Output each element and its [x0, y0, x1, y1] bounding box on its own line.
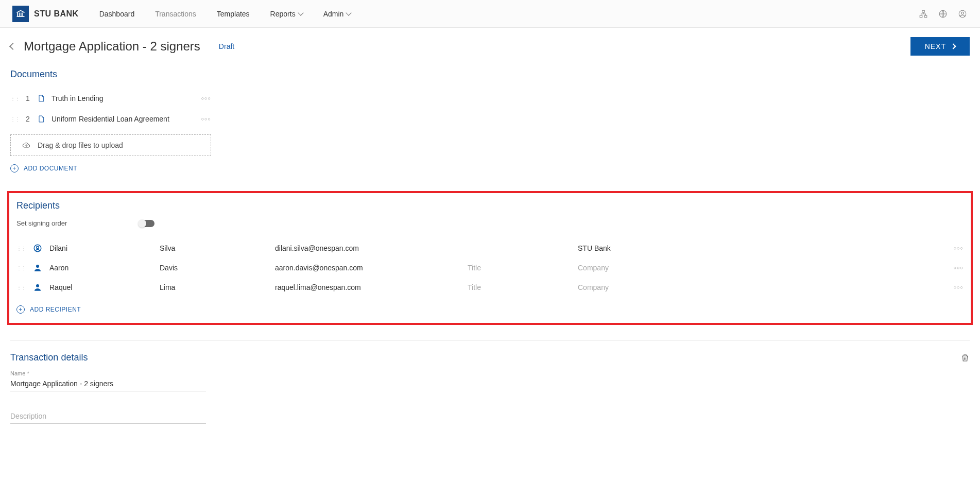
recipient-row: ⋮⋮ Aaron Davis aaron.davis@onespan.com T… [16, 258, 964, 278]
status-badge: Draft [219, 42, 234, 50]
add-document-label: ADD DOCUMENT [24, 165, 77, 172]
recipient-last-name[interactable]: Silva [160, 244, 268, 252]
recipients-heading: Recipients [16, 200, 964, 211]
name-field-group: Name * [10, 370, 206, 391]
recipient-title[interactable]: Title [468, 283, 571, 291]
more-icon[interactable]: ○○○ [954, 285, 964, 290]
add-document-button[interactable]: + ADD DOCUMENT [10, 164, 970, 173]
recipient-email[interactable]: raquel.lima@onespan.com [275, 283, 460, 291]
recipient-title[interactable]: Title [468, 264, 571, 272]
person-icon [33, 283, 42, 292]
description-input[interactable] [10, 409, 206, 424]
recipient-row: ⋮⋮ Dilani Silva dilani.silva@onespan.com… [16, 238, 964, 258]
dropzone-label: Drag & drop files to upload [38, 141, 123, 149]
chevron-right-icon [950, 43, 956, 49]
document-row: ⋮⋮ 1 Truth in Lending ○○○ [10, 88, 211, 109]
add-recipient-label: ADD RECIPIENT [30, 306, 81, 313]
delete-icon[interactable] [960, 353, 970, 363]
recipient-company[interactable]: STU Bank [578, 244, 681, 252]
name-input[interactable] [10, 376, 206, 391]
plus-circle-icon: + [16, 305, 25, 314]
next-button[interactable]: NEXT [910, 37, 970, 56]
sitemap-icon[interactable] [918, 9, 929, 19]
cloud-upload-icon [21, 141, 31, 149]
nav-templates[interactable]: Templates [217, 10, 250, 18]
recipient-company[interactable]: Company [578, 283, 681, 291]
more-icon[interactable]: ○○○ [201, 116, 211, 122]
divider [10, 340, 970, 341]
nav-admin-label: Admin [323, 10, 344, 18]
recipients-section: Recipients Set signing order ⋮⋮ Dilani S… [7, 191, 973, 325]
document-index: 1 [26, 94, 31, 102]
drag-handle-icon[interactable]: ⋮⋮ [16, 285, 26, 290]
chevron-down-icon [298, 10, 303, 15]
chevron-down-icon [346, 10, 352, 15]
more-icon[interactable]: ○○○ [954, 246, 964, 251]
next-button-label: NEXT [925, 42, 946, 50]
nav-transactions[interactable]: Transactions [155, 10, 196, 18]
recipient-first-name[interactable]: Dilani [49, 244, 152, 252]
bank-icon [12, 6, 29, 22]
plus-circle-icon: + [10, 164, 19, 173]
document-name[interactable]: Truth in Lending [51, 94, 195, 102]
owner-icon [33, 244, 42, 253]
signing-order-label: Set signing order [16, 219, 67, 227]
globe-icon[interactable] [938, 9, 948, 19]
app-header: STU BANK Dashboard Transactions Template… [0, 0, 980, 28]
drag-handle-icon[interactable]: ⋮⋮ [16, 246, 26, 251]
name-label: Name * [10, 370, 206, 376]
main-nav: Dashboard Transactions Templates Reports… [99, 10, 351, 18]
recipient-first-name[interactable]: Raquel [49, 283, 152, 291]
drag-handle-icon[interactable]: ⋮⋮ [10, 116, 20, 122]
recipient-row: ⋮⋮ Raquel Lima raquel.lima@onespan.com T… [16, 278, 964, 297]
document-list: ⋮⋮ 1 Truth in Lending ○○○ ⋮⋮ 2 Uniform R… [10, 88, 970, 129]
recipient-email[interactable]: dilani.silva@onespan.com [275, 244, 460, 252]
nav-reports-label: Reports [270, 10, 296, 18]
content-area: Mortgage Application - 2 signers Draft N… [0, 28, 980, 433]
signing-order-row: Set signing order [16, 219, 964, 227]
documents-heading: Documents [10, 69, 970, 80]
title-row: Mortgage Application - 2 signers Draft N… [10, 37, 970, 56]
svg-rect-0 [922, 10, 925, 12]
nav-reports[interactable]: Reports [270, 10, 303, 18]
svg-rect-1 [920, 15, 922, 18]
file-icon [37, 114, 45, 124]
details-heading: Transaction details [10, 352, 88, 363]
recipient-first-name[interactable]: Aaron [49, 264, 152, 272]
svg-point-9 [36, 284, 39, 287]
document-index: 2 [26, 115, 31, 123]
document-row: ⋮⋮ 2 Uniform Residential Loan Agreement … [10, 109, 211, 129]
file-icon [37, 93, 45, 104]
details-title-row: Transaction details [10, 352, 970, 363]
back-button[interactable] [9, 43, 16, 50]
description-field-group [10, 409, 206, 424]
svg-point-7 [37, 246, 39, 249]
recipient-email[interactable]: aaron.davis@onespan.com [275, 264, 460, 272]
header-actions [918, 9, 968, 19]
person-icon [33, 263, 42, 272]
add-recipient-button[interactable]: + ADD RECIPIENT [16, 305, 964, 314]
nav-admin[interactable]: Admin [323, 10, 351, 18]
svg-rect-2 [924, 15, 927, 18]
svg-point-8 [36, 265, 39, 268]
svg-point-5 [961, 12, 964, 14]
brand-name: STU BANK [34, 9, 79, 19]
signing-order-toggle[interactable] [139, 220, 154, 227]
user-icon[interactable] [957, 9, 968, 19]
document-name[interactable]: Uniform Residential Loan Agreement [51, 115, 195, 123]
nav-dashboard[interactable]: Dashboard [99, 10, 135, 18]
more-icon[interactable]: ○○○ [201, 96, 211, 101]
page-title: Mortgage Application - 2 signers [24, 39, 200, 54]
upload-dropzone[interactable]: Drag & drop files to upload [10, 134, 211, 156]
recipient-company[interactable]: Company [578, 264, 681, 272]
drag-handle-icon[interactable]: ⋮⋮ [16, 265, 26, 271]
more-icon[interactable]: ○○○ [954, 265, 964, 270]
recipient-last-name[interactable]: Davis [160, 264, 268, 272]
brand-logo: STU BANK [12, 6, 79, 22]
recipient-last-name[interactable]: Lima [160, 283, 268, 291]
drag-handle-icon[interactable]: ⋮⋮ [10, 96, 20, 101]
